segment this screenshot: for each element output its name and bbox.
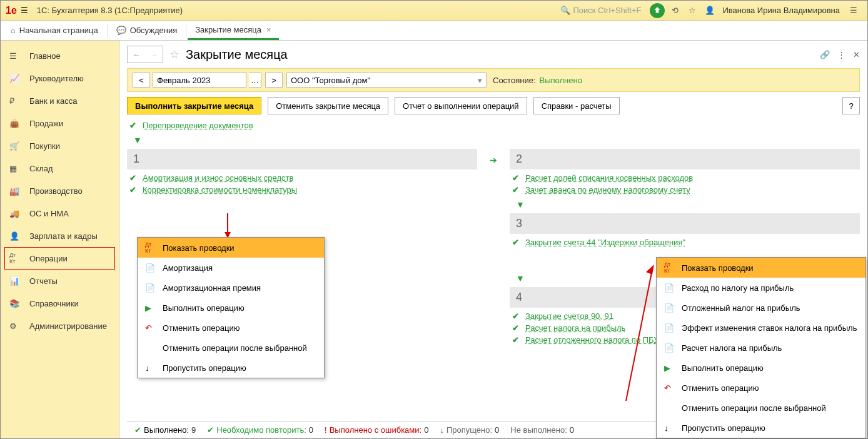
sidebar-item-operations[interactable]: ДтКтОперации — [4, 247, 115, 270]
ctx-skip-operation[interactable]: ↓Пропустить операцию — [138, 358, 324, 378]
ctx-label: Эффект изменения ставок налога на прибыл… — [682, 323, 857, 333]
undo-icon: ↶ — [664, 383, 677, 393]
sidebar-item-manager[interactable]: 📈Руководителю — [1, 67, 119, 89]
sidebar-item-purchases[interactable]: 🛒Покупки — [1, 134, 119, 157]
search-input[interactable]: 🔍 Поиск Ctrl+Shift+F — [560, 6, 641, 15]
user-icon[interactable]: 👤 — [702, 3, 717, 18]
star-icon[interactable]: ☆ — [685, 3, 700, 18]
step-number: 2 — [510, 149, 860, 169]
state-label: Состояние: — [493, 76, 535, 85]
tab-discussions[interactable]: 💬 Обсуждения — [109, 21, 185, 40]
references-button[interactable]: Справки - расчеты — [533, 97, 620, 114]
operation-link[interactable]: Расчет налога на прибыль — [525, 323, 625, 333]
hamburger-icon[interactable]: ☰ — [21, 6, 31, 15]
close-icon[interactable]: ✕ — [853, 50, 860, 59]
ctx-cancel-operation[interactable]: ↶Отменить операцию — [138, 318, 324, 338]
back-button[interactable]: ← — [128, 46, 145, 63]
chat-icon: 💬 — [116, 26, 126, 35]
check-icon: ✔ — [512, 311, 519, 321]
ctx-cancel-after[interactable]: Отменить операции после выбранной — [657, 398, 865, 418]
sidebar-item-label: Зарплата и кадры — [29, 231, 98, 241]
ctx-show-postings[interactable]: ДтКтПоказать проводки — [657, 258, 865, 278]
operation-link[interactable]: Амортизация и износ основных средств — [143, 173, 293, 183]
ctx-amortization-premium[interactable]: 📄Амортизационная премия — [138, 278, 324, 298]
link-icon[interactable]: 🔗 — [820, 50, 830, 59]
nav-buttons: ← → — [127, 46, 163, 63]
ctx-label: Показать проводки — [682, 263, 754, 273]
sidebar-item-production[interactable]: 🏭Производство — [1, 179, 119, 202]
operation-link[interactable]: Закрытие счета 44 "Издержки обращения" — [525, 238, 685, 247]
ctx-deferred-tax[interactable]: 📄Отложенный налог на прибыль — [657, 298, 865, 318]
tab-label: Закрытие месяца — [195, 25, 261, 34]
sidebar-item-label: ОС и НМА — [29, 209, 69, 218]
cancel-closing-button[interactable]: Отменить закрытие месяца — [268, 97, 388, 114]
operation-link[interactable]: Расчет долей списания косвенных расходов — [525, 173, 693, 183]
doc-icon: 📄 — [145, 283, 158, 293]
operation-link[interactable]: Расчет отложенного налога по ПБУ 18 — [525, 335, 670, 345]
skip-icon: ↓ — [664, 423, 677, 433]
step-number: 1 — [127, 149, 477, 169]
period-picker-button[interactable]: … — [249, 73, 261, 88]
ctx-label: Отменить операции после выбранной — [682, 403, 826, 413]
tab-closing-month[interactable]: Закрытие месяца × — [188, 21, 278, 40]
doc-icon: 📄 — [664, 303, 677, 313]
operations-report-button[interactable]: Отчет о выполнении операций — [395, 97, 527, 114]
sidebar-item-admin[interactable]: ⚙Администрирование — [1, 315, 119, 337]
ctx-run-operation[interactable]: ▶Выполнить операцию — [138, 298, 324, 318]
ctx-skip-operation[interactable]: ↓Пропустить операцию — [657, 418, 865, 438]
organization-select[interactable]: ООО "Торговый дом" ▾ — [286, 73, 487, 88]
sidebar-item-assets[interactable]: 🚚ОС и НМА — [1, 202, 119, 225]
sidebar-item-warehouse[interactable]: ▦Склад — [1, 157, 119, 179]
ctx-cancel-after[interactable]: Отменить операции после выбранной — [138, 338, 324, 358]
error-icon: ! — [325, 425, 327, 435]
prev-period-button[interactable]: < — [133, 73, 150, 88]
operation-link[interactable]: Закрытие счетов 90, 91 — [525, 311, 613, 321]
ctx-cancel-operation[interactable]: ↶Отменить операцию — [657, 378, 865, 398]
window-menu-icon[interactable]: ☰ — [846, 3, 861, 18]
ctx-label: Отменить операцию — [682, 383, 759, 393]
more-icon[interactable]: ⋮ — [837, 50, 845, 59]
ctx-amortization[interactable]: 📄Амортизация — [138, 258, 324, 278]
status-repeat-value: 0 — [309, 425, 313, 435]
sidebar-item-references[interactable]: 📚Справочники — [1, 292, 119, 315]
book-icon: 📚 — [9, 299, 22, 308]
forward-button[interactable]: → — [145, 46, 163, 63]
ctx-rate-change[interactable]: 📄Эффект изменения ставок налога на прибы… — [657, 318, 865, 338]
check-icon: ✔ — [207, 425, 214, 435]
sidebar-item-reports[interactable]: 📊Отчеты — [1, 270, 119, 292]
close-icon[interactable]: × — [266, 25, 271, 34]
undo-icon: ↶ — [145, 323, 158, 333]
tab-home[interactable]: ⌂ Начальная страница — [3, 21, 106, 40]
context-menu-tax: ДтКтПоказать проводки 📄Расход по налогу … — [656, 257, 866, 438]
operation-link[interactable]: Зачет аванса по единому налоговому счету — [525, 185, 690, 194]
operation-link[interactable]: Перепроведение документов — [143, 121, 253, 130]
ctx-label: Пропустить операцию — [682, 423, 765, 433]
sidebar-item-main[interactable]: ☰Главное — [1, 44, 119, 67]
sidebar-item-sales[interactable]: 👜Продажи — [1, 112, 119, 134]
ctx-expense-tax[interactable]: 📄Расход по налогу на прибыль — [657, 278, 865, 298]
ctx-calc-tax[interactable]: 📄Расчет налога на прибыль — [657, 338, 865, 358]
menu-icon: ☰ — [9, 51, 22, 61]
ctx-label: Расчет налога на прибыль — [682, 343, 782, 353]
status-errors-value: 0 — [424, 425, 428, 435]
favorite-star-icon[interactable]: ☆ — [169, 48, 179, 61]
next-period-button[interactable]: > — [265, 73, 283, 88]
user-name: Иванова Ирина Владимировна — [722, 6, 840, 15]
ctx-run-operation[interactable]: ▶Выполнить операцию — [657, 358, 865, 378]
operation-link[interactable]: Корректировка стоимости номенклатуры — [143, 185, 297, 194]
run-icon: ▶ — [664, 363, 677, 373]
ctx-show-postings[interactable]: ДтКтПоказать проводки — [138, 238, 324, 258]
help-button[interactable]: ? — [842, 97, 860, 114]
history-icon[interactable]: ⟲ — [667, 3, 682, 18]
check-icon: ✔ — [512, 323, 519, 333]
check-icon: ✔ — [512, 335, 519, 345]
sidebar-item-hr[interactable]: 👤Зарплата и кадры — [1, 225, 119, 247]
doc-icon: 📄 — [664, 343, 677, 353]
period-input[interactable]: Февраль 2023 — [153, 73, 246, 88]
sidebar-item-bank[interactable]: ₽Банк и касса — [1, 89, 119, 112]
dtkt-icon: ДтКт — [145, 241, 158, 254]
operation-amortization: ✔Амортизация и износ основных средств — [127, 172, 477, 184]
run-closing-button[interactable]: Выполнить закрытие месяца — [127, 97, 261, 114]
notifications-icon[interactable] — [650, 3, 665, 18]
doc-icon: 📄 — [145, 263, 158, 273]
